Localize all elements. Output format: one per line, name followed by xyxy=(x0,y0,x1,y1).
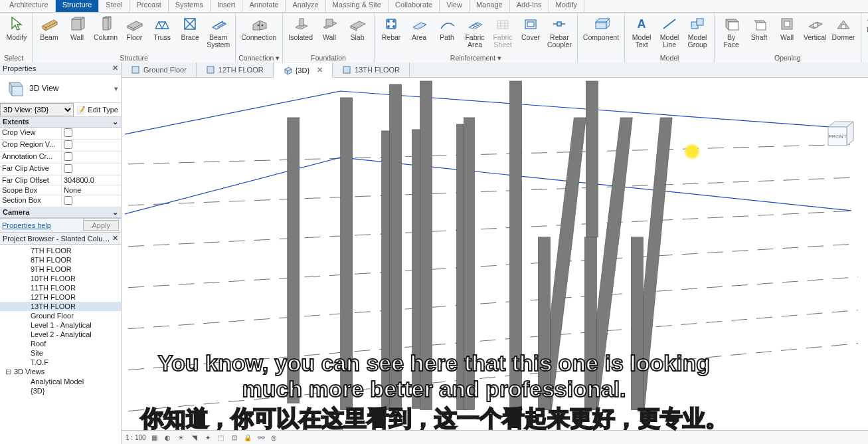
beam-button[interactable]: Beam xyxy=(35,14,63,42)
tree-node[interactable]: Ground Floor xyxy=(0,311,121,320)
properties-help-link[interactable]: Properties help xyxy=(2,221,51,229)
column-button[interactable]: Column xyxy=(91,14,120,42)
level-button[interactable]: ◈Level xyxy=(865,15,868,24)
ribbon-tab-precast[interactable]: Precast xyxy=(130,0,168,12)
svg-rect-4 xyxy=(72,19,81,30)
tree-node[interactable]: 11TH FLOOR xyxy=(0,283,121,292)
plan-icon xyxy=(131,65,140,74)
tree-node[interactable]: 8TH FLOOR xyxy=(0,255,121,265)
ribbon-tab-systems[interactable]: Systems xyxy=(169,0,211,12)
dormer-button[interactable]: Dormer xyxy=(829,14,858,42)
prop-value[interactable]: 304800.0 xyxy=(62,175,121,185)
fabric-area-button[interactable]: FabricArea xyxy=(461,14,489,49)
prop-value[interactable] xyxy=(62,140,121,151)
tree-node[interactable]: Site xyxy=(0,348,121,358)
floor-button[interactable]: Floor xyxy=(120,14,148,42)
tree-node[interactable]: Roof xyxy=(0,339,121,348)
ribbon-tab-annotate[interactable]: Annotate xyxy=(242,0,286,12)
modify-button[interactable]: Modify xyxy=(3,14,31,42)
ribbon-tab-add-ins[interactable]: Add-Ins xyxy=(510,0,549,12)
rebar-button[interactable]: Rebar xyxy=(377,14,405,42)
properties-title: Properties xyxy=(3,64,36,72)
type-selector[interactable]: 3D View: {3D} xyxy=(0,103,74,116)
doc-tab[interactable]: {3D}✕ xyxy=(274,63,333,78)
prop-value[interactable] xyxy=(62,195,121,207)
beam-system-button[interactable]: BeamSystem xyxy=(204,14,232,49)
area-icon xyxy=(410,15,428,33)
model-text-button[interactable]: AModelText xyxy=(628,14,655,49)
by-face-button[interactable]: ByFace xyxy=(717,14,745,49)
tree-node[interactable]: Analytical Model xyxy=(0,377,121,386)
visual-style-icon[interactable]: ◐ xyxy=(163,433,173,442)
slab-button[interactable]: Slab xyxy=(343,14,371,42)
model-text-icon: A xyxy=(632,15,651,33)
area-button[interactable]: Area xyxy=(405,14,433,42)
type-dropdown-icon[interactable]: ▾ xyxy=(114,84,118,93)
brace-button[interactable]: Brace xyxy=(176,14,204,42)
view-scale[interactable]: 1 : 100 xyxy=(126,434,146,441)
shadows-icon[interactable]: ◥ xyxy=(190,433,199,442)
tree-node[interactable]: Level 1 - Analytical xyxy=(0,320,121,330)
svg-line-63 xyxy=(128,177,858,205)
tree-node[interactable]: 13TH FLOOR xyxy=(0,302,121,311)
ribbon-tab-massing-site[interactable]: Massing & Site xyxy=(326,0,389,12)
properties-close-icon[interactable]: ✕ xyxy=(112,64,118,72)
component-button[interactable]: Component xyxy=(580,14,622,42)
project-browser-close-icon[interactable]: ✕ xyxy=(112,234,118,243)
tree-node[interactable]: 12TH FLOOR xyxy=(0,292,121,302)
owall-button[interactable]: Wall xyxy=(773,14,801,42)
shaft-button[interactable]: Shaft xyxy=(745,14,773,42)
model-group-button[interactable]: ModelGroup xyxy=(683,14,711,49)
ribbon-tab-view[interactable]: View xyxy=(440,0,470,12)
cover-button[interactable]: Cover xyxy=(517,14,545,42)
apply-button[interactable]: Apply xyxy=(83,220,119,231)
view-cube[interactable]: FRONT xyxy=(822,118,856,152)
rebar-coupler-button[interactable]: RebarCoupler xyxy=(545,14,574,49)
tree-node[interactable]: 7TH FLOOR xyxy=(0,246,121,255)
tree-node[interactable]: 9TH FLOOR xyxy=(0,265,121,274)
fwall-button[interactable]: Wall xyxy=(315,14,343,42)
ribbon-tab-manage[interactable]: Manage xyxy=(470,0,510,12)
lock-3d-icon[interactable]: 🔒 xyxy=(243,433,252,442)
tree-node[interactable]: 10TH FLOOR xyxy=(0,274,121,283)
temp-hide-icon[interactable]: 👓 xyxy=(256,433,266,442)
grid-button[interactable]: ⊞Grid xyxy=(865,25,868,34)
ribbon-tab-collaborate[interactable]: Collaborate xyxy=(389,0,440,12)
ribbon-tab-modify[interactable]: Modify xyxy=(549,0,584,12)
ribbon-tab-analyze[interactable]: Analyze xyxy=(286,0,325,12)
3d-viewport[interactable]: FRONT xyxy=(122,78,868,430)
prop-value[interactable]: None xyxy=(62,185,121,195)
crop-region-icon[interactable]: ⊡ xyxy=(230,433,239,442)
doc-tab[interactable]: 12TH FLOOR xyxy=(197,62,274,77)
ribbon-tab-insert[interactable]: Insert xyxy=(211,0,243,12)
tree-group-3dviews[interactable]: 3D Views xyxy=(0,367,121,377)
ribbon-tab-structure[interactable]: Structure xyxy=(56,0,100,12)
svg-line-66 xyxy=(128,277,858,329)
tree-node[interactable]: Level 2 - Analytical xyxy=(0,330,121,339)
doc-tab[interactable]: 13TH FLOOR xyxy=(333,62,410,77)
connection-button[interactable]: Connection xyxy=(238,14,279,42)
crop-view-icon[interactable]: ⬚ xyxy=(217,433,226,442)
detail-level-icon[interactable]: ▦ xyxy=(150,433,159,442)
project-browser-tree[interactable]: 7TH FLOOR8TH FLOOR9TH FLOOR10TH FLOOR11T… xyxy=(0,245,121,444)
prop-value[interactable] xyxy=(62,152,121,163)
tree-node[interactable]: T.O.F xyxy=(0,358,121,367)
rendering-icon[interactable]: ✦ xyxy=(203,433,213,442)
tree-node[interactable]: {3D} xyxy=(0,386,121,395)
truss-button[interactable]: Truss xyxy=(148,14,176,42)
doc-tab[interactable]: Ground Floor xyxy=(122,62,197,77)
isolated-button[interactable]: Isolated xyxy=(286,14,315,42)
wall-button[interactable]: Wall xyxy=(63,14,91,42)
sun-path-icon[interactable]: ☀ xyxy=(177,433,186,442)
edit-type-button[interactable]: 📝Edit Type xyxy=(74,106,121,114)
tab-close-icon[interactable]: ✕ xyxy=(317,66,323,74)
model-line-button[interactable]: ModelLine xyxy=(655,14,683,49)
ribbon-tab-architecture[interactable]: Architecture xyxy=(3,0,56,12)
svg-text:FRONT: FRONT xyxy=(828,134,847,140)
ribbon-tab-steel[interactable]: Steel xyxy=(99,0,130,12)
prop-value[interactable] xyxy=(62,164,121,175)
path-button[interactable]: Path xyxy=(433,14,461,42)
reveal-hidden-icon[interactable]: ◎ xyxy=(270,433,279,442)
prop-value[interactable] xyxy=(62,128,121,139)
vertical-button[interactable]: Vertical xyxy=(801,14,829,42)
